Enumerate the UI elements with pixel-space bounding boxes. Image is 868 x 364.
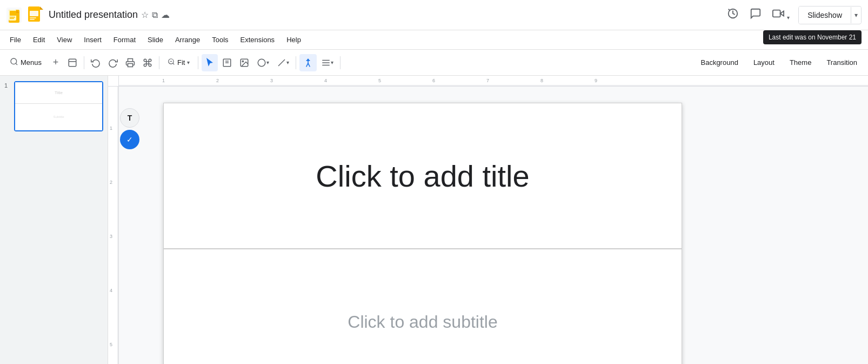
shapes-icon — [257, 58, 266, 68]
paint-format-button[interactable] — [139, 54, 156, 71]
menu-file[interactable]: File — [4, 34, 26, 46]
title-section: Untitled presentation ☆ ⧉ ☁ — [49, 9, 725, 21]
menu-help[interactable]: Help — [281, 34, 306, 46]
menu-slide[interactable]: Slide — [142, 34, 169, 46]
last-edit-tooltip: Last edit was on November 21 — [763, 30, 862, 44]
menu-tools[interactable]: Tools — [206, 34, 233, 46]
add-icon: + — [53, 57, 59, 68]
accessibility-button[interactable] — [299, 54, 317, 71]
undo-button[interactable] — [88, 54, 104, 71]
slideshow-button-group: Slideshow ▾ — [798, 6, 862, 24]
theme-button[interactable]: Theme — [783, 54, 818, 71]
paint-format-icon — [143, 58, 152, 68]
transition-button[interactable]: Transition — [820, 54, 864, 71]
search-menus-button[interactable]: Menus — [4, 54, 47, 71]
folder-icon[interactable]: ⧉ — [152, 10, 158, 20]
ruler-corner — [108, 76, 119, 87]
ruler-v-svg: 1 2 3 4 5 — [108, 87, 119, 364]
text-box-icon — [222, 58, 232, 68]
ruler-horizontal: 1 2 3 4 5 6 7 8 9 — [119, 76, 868, 87]
slide-subtitle-placeholder[interactable]: Click to add subtitle — [348, 312, 497, 332]
text-style-button[interactable]: T — [120, 108, 139, 128]
menu-extensions[interactable]: Extensions — [235, 34, 281, 46]
slideshow-main-button[interactable]: Slideshow — [799, 6, 851, 24]
menu-view[interactable]: View — [51, 34, 77, 46]
align-icon — [321, 58, 331, 68]
apply-check-button[interactable]: ✓ — [120, 130, 139, 149]
svg-rect-18 — [69, 59, 76, 67]
redo-button[interactable] — [105, 54, 121, 71]
ruler-h-svg: 1 2 3 4 5 6 7 8 9 — [119, 76, 868, 87]
toolbar: Menus + — [0, 50, 868, 76]
slide-layout-button[interactable] — [64, 54, 81, 71]
slides-panel: 1 Title Subtitle — [0, 76, 108, 364]
svg-text:3: 3 — [270, 78, 273, 83]
slide-title-placeholder[interactable]: Click to add title — [316, 158, 529, 194]
lines-button[interactable]: ▾ — [273, 54, 292, 71]
text-box-button[interactable] — [219, 54, 235, 71]
shapes-button[interactable]: ▾ — [253, 54, 272, 71]
svg-line-17 — [16, 63, 17, 65]
svg-line-30 — [278, 59, 285, 66]
cursor-icon — [205, 58, 215, 68]
zoom-dropdown-icon: ▾ — [187, 59, 190, 65]
redo-icon — [108, 58, 118, 68]
select-cursor-button[interactable] — [202, 54, 218, 71]
canvas-scroll: T ✓ Click to add title Click to add subt… — [119, 87, 868, 364]
lines-icon — [277, 58, 286, 68]
slide-thumbnail-1[interactable]: Title Subtitle — [14, 81, 103, 131]
slide-thumb-container-1: 1 Title Subtitle — [4, 81, 103, 131]
app-logo — [6, 8, 22, 23]
svg-text:6: 6 — [432, 78, 435, 83]
svg-rect-15 — [773, 10, 780, 17]
toolbar-sep-1 — [84, 56, 84, 69]
present-icon[interactable]: ▾ — [770, 5, 792, 24]
slide-number-1: 1 — [4, 82, 11, 89]
floating-buttons: T ✓ — [120, 108, 139, 149]
svg-rect-5 — [10, 18, 14, 19]
menu-insert[interactable]: Insert — [78, 34, 107, 46]
menu-format[interactable]: Format — [108, 34, 141, 46]
image-icon — [239, 58, 249, 68]
editor-area: 1 2 3 4 5 6 7 8 9 1 2 3 4 5 — [108, 76, 868, 364]
svg-marker-8 — [40, 6, 43, 10]
svg-text:3: 3 — [110, 234, 112, 239]
layout-button[interactable]: Layout — [747, 54, 781, 71]
menu-arrange[interactable]: Arrange — [170, 34, 205, 46]
slide-format-buttons: Background Layout Theme Transition — [694, 54, 864, 71]
slide-canvas[interactable]: Click to add title Click to add subtitle — [163, 103, 682, 364]
zoom-select[interactable]: Fit ▾ — [163, 54, 195, 71]
toolbar-sep-2 — [159, 56, 159, 69]
comment-icon[interactable] — [747, 5, 764, 24]
add-slide-button[interactable]: + — [48, 54, 63, 71]
check-icon: ✓ — [126, 135, 133, 144]
search-icon — [10, 57, 18, 68]
text-t-icon: T — [128, 114, 132, 122]
svg-point-29 — [258, 59, 266, 67]
accessibility-icon — [303, 57, 313, 68]
svg-rect-20 — [128, 63, 133, 67]
svg-text:4: 4 — [324, 78, 327, 83]
svg-rect-11 — [30, 17, 36, 18]
star-icon[interactable]: ☆ — [141, 10, 149, 20]
slide-title-box[interactable]: Click to add title — [163, 103, 682, 249]
align-button[interactable]: ▾ — [318, 54, 337, 71]
svg-point-28 — [243, 61, 244, 62]
svg-text:1: 1 — [162, 78, 165, 83]
image-button[interactable] — [236, 54, 252, 71]
background-button[interactable]: Background — [694, 54, 744, 71]
svg-text:2: 2 — [216, 78, 219, 83]
menu-edit[interactable]: Edit — [28, 34, 50, 46]
menus-label: Menus — [21, 58, 42, 67]
slides-logo — [27, 6, 44, 24]
cloud-icon[interactable]: ☁ — [161, 10, 170, 20]
svg-text:5: 5 — [378, 78, 381, 83]
slideshow-dropdown-button[interactable]: ▾ — [851, 7, 861, 23]
print-button[interactable] — [122, 54, 138, 71]
doc-title[interactable]: Untitled presentation — [49, 9, 138, 21]
history-icon[interactable] — [725, 5, 741, 24]
svg-rect-3 — [10, 11, 16, 16]
menu-bar: File Edit View Insert Format Slide Arran… — [0, 30, 868, 50]
slide-subtitle-box[interactable]: Click to add subtitle — [163, 249, 682, 364]
print-icon — [125, 58, 135, 68]
